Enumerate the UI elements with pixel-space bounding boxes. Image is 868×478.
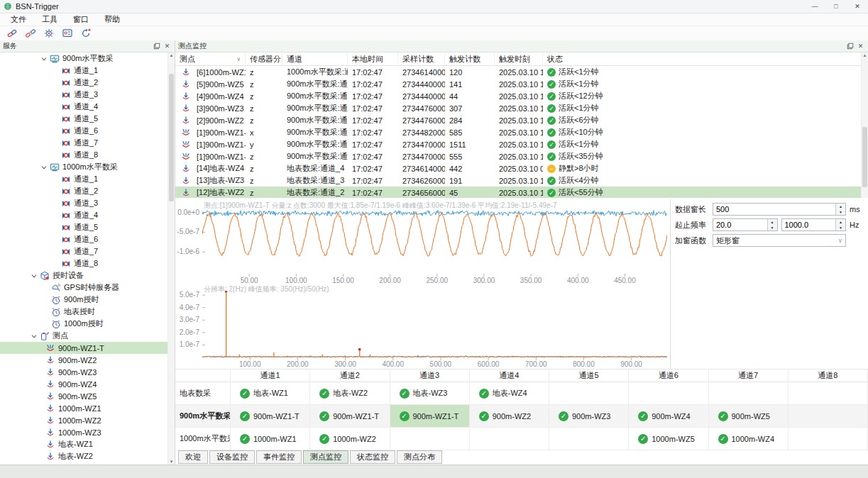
tab-3[interactable]: 事件监控	[256, 450, 302, 464]
close-icon[interactable]: ✕	[163, 42, 172, 50]
tree-item-900m-WZ1-T[interactable]: 900m-WZ1-T	[0, 342, 168, 354]
frequency-to-spinner[interactable]: ▲▼	[835, 219, 845, 230]
column-header-8[interactable]: 状态	[543, 52, 862, 65]
tree-item-900m水平数采[interactable]: 900m水平数采	[0, 52, 168, 65]
table-row-7[interactable]: [1]900m-WZ1-Ty900m水平数采:通道_217:02:4727344…	[175, 138, 862, 150]
tab-4[interactable]: 测点监控	[303, 450, 348, 464]
tree-item-通道_2[interactable]: 通道_2	[0, 185, 168, 197]
table-row-3[interactable]: [4]900m-WZ4z900m水平数采:通道_617:02:472734440…	[175, 90, 862, 102]
tree-item-1000m授时[interactable]: 1000m授时	[0, 318, 168, 330]
table-row-11[interactable]: [12]地表-WZ2z地表数采:通道_217:02:47273465600045…	[175, 187, 862, 198]
frequency-from-spinner[interactable]: ▲▼	[767, 219, 777, 230]
column-header-2[interactable]: 传感器分量	[246, 52, 282, 65]
float-icon[interactable]	[845, 42, 855, 50]
matrix-cell-2-7[interactable]: ✓900m-WZ5	[709, 405, 789, 428]
matrix-cell-3-4[interactable]	[470, 428, 549, 450]
tree-item-通道_8[interactable]: 通道_8	[0, 149, 168, 161]
tree-item-通道_4[interactable]: 通道_4	[0, 101, 168, 113]
matrix-cell-3-8[interactable]	[789, 428, 868, 450]
matrix-cell-3-5[interactable]	[549, 428, 629, 450]
sort-icon[interactable]: ∨	[236, 56, 241, 62]
table-row-9[interactable]: [14]地表-WZ4z地表数采:通道_417:02:47273461400044…	[175, 162, 862, 174]
window-function-select[interactable]: 矩形窗 ∨	[713, 234, 846, 247]
spin-up-icon[interactable]: ▲	[836, 204, 845, 209]
column-header-4[interactable]: 本地时间	[348, 52, 398, 65]
tree-item-1000m水平数采[interactable]: 1000m水平数采	[0, 161, 168, 173]
tree-item-通道_8[interactable]: 通道_8	[0, 257, 168, 269]
menu-item-3[interactable]: 窗口	[65, 13, 97, 26]
tree-item-通道_6[interactable]: 通道_6	[0, 125, 168, 137]
tab-1[interactable]: 欢迎	[178, 450, 208, 464]
tree-item-900m-WZ2[interactable]: 900m-WZ2	[0, 354, 168, 366]
matrix-cell-1-2[interactable]: ✓地表-WZ2	[310, 382, 390, 405]
matrix-cell-3-3[interactable]	[390, 428, 470, 450]
table-row-2[interactable]: [5]900m-WZ5z900m水平数采:通道_717:02:472734440…	[175, 78, 862, 90]
scroll-up-icon[interactable]: ▲	[168, 52, 175, 59]
matrix-cell-3-6[interactable]: ✓1000m-WZ5	[629, 428, 708, 450]
matrix-cell-1-6[interactable]	[629, 382, 708, 405]
tree-item-通道_7[interactable]: 通道_7	[0, 137, 168, 149]
monitor-window-button[interactable]	[58, 27, 77, 40]
chevron-down-icon[interactable]	[40, 163, 48, 172]
chevron-down-icon[interactable]	[30, 332, 38, 340]
column-header-5[interactable]: 采样计数	[398, 52, 445, 65]
tree-item-通道_1[interactable]: 通道_1	[0, 65, 168, 77]
matrix-cell-3-7[interactable]: ✓1000m-WZ4	[709, 428, 789, 450]
tree-item-通道_4[interactable]: 通道_4	[0, 209, 168, 221]
spin-up-icon[interactable]: ▲	[768, 219, 777, 225]
tree-item-1000m-WZ2[interactable]: 1000m-WZ2	[0, 414, 168, 426]
close-button[interactable]: ✕	[847, 0, 868, 13]
matrix-cell-1-7[interactable]	[709, 382, 789, 405]
matrix-cell-1-4[interactable]: ✓地表-WZ4	[470, 382, 549, 405]
table-row-4[interactable]: [3]900m-WZ3z900m水平数采:通道_517:02:472734476…	[175, 102, 862, 114]
window-length-spinner[interactable]: ▲▼	[835, 204, 845, 215]
spin-down-icon[interactable]: ▼	[768, 225, 777, 230]
tree-scrollbar-thumb[interactable]	[169, 74, 174, 201]
tab-2[interactable]: 设备监控	[209, 450, 255, 464]
table-scrollbar-thumb[interactable]	[862, 127, 867, 187]
refresh-button[interactable]	[77, 27, 95, 40]
tree-item-授时设备[interactable]: 授时设备	[0, 269, 168, 282]
column-header-1[interactable]: 测点∨	[175, 52, 246, 65]
disconnect-button[interactable]	[21, 27, 40, 40]
table-row-8[interactable]: [1]900m-WZ1-Tz900m水平数采:通道_317:02:4727344…	[175, 150, 862, 162]
tree-item-通道_2[interactable]: 通道_2	[0, 77, 168, 89]
tree-item-GPS时钟服务器[interactable]: GPS时钟服务器	[0, 282, 168, 294]
tree-item-1000m-WZ1[interactable]: 1000m-WZ1	[0, 402, 168, 414]
tree-item-900m-WZ4[interactable]: 900m-WZ4	[0, 378, 168, 390]
menu-item-1[interactable]: 文件	[3, 13, 34, 26]
scroll-up-icon[interactable]: ▲	[862, 52, 868, 59]
matrix-cell-1-3[interactable]: ✓地表-WZ3	[390, 382, 470, 405]
column-header-3[interactable]: 通道	[282, 52, 348, 65]
matrix-cell-3-1[interactable]: ✓1000m-WZ1	[231, 428, 310, 450]
matrix-cell-2-3[interactable]: ✓900m-WZ1-T	[390, 405, 470, 428]
matrix-cell-1-1[interactable]: ✓地表-WZ1	[231, 382, 310, 405]
window-length-input[interactable]	[713, 205, 845, 213]
tree-item-900m-WZ3[interactable]: 900m-WZ3	[0, 366, 168, 378]
tree-item-通道_6[interactable]: 通道_6	[0, 233, 168, 245]
matrix-cell-2-8[interactable]	[789, 405, 868, 428]
column-header-7[interactable]: 触发时刻	[495, 52, 543, 65]
tree-item-通道_1[interactable]: 通道_1	[0, 173, 168, 185]
matrix-cell-2-1[interactable]: ✓900m-WZ1-T	[231, 405, 310, 428]
spin-down-icon[interactable]: ▼	[836, 209, 845, 215]
matrix-cell-2-5[interactable]: ✓900m-WZ3	[549, 405, 629, 428]
matrix-cell-2-4[interactable]: ✓900m-WZ2	[470, 405, 549, 428]
tree-item-通道_3[interactable]: 通道_3	[0, 197, 168, 209]
tab-5[interactable]: 状态监控	[350, 450, 395, 464]
tab-6[interactable]: 测点分布	[397, 450, 442, 464]
tree-item-900m授时[interactable]: 900m授时	[0, 294, 168, 306]
maximize-button[interactable]: □	[825, 0, 847, 13]
matrix-cell-2-6[interactable]: ✓900m-WZ4	[629, 405, 708, 428]
menu-item-2[interactable]: 工具	[34, 13, 65, 26]
tree-item-通道_3[interactable]: 通道_3	[0, 89, 168, 101]
spin-up-icon[interactable]: ▲	[836, 219, 845, 225]
table-row-6[interactable]: [1]900m-WZ1-Tx900m水平数采:通道_117:02:4727344…	[175, 126, 862, 138]
chevron-down-icon[interactable]	[30, 272, 38, 280]
table-row-10[interactable]: [13]地表-WZ3z地表数采:通道_317:02:47273462600019…	[175, 174, 862, 187]
connect-button[interactable]	[3, 27, 21, 40]
spin-down-icon[interactable]: ▼	[836, 225, 845, 230]
tree-item-900m-WZ5[interactable]: 900m-WZ5	[0, 390, 168, 402]
matrix-cell-3-2[interactable]: ✓1000m-WZ2	[310, 428, 390, 450]
matrix-cell-2-2[interactable]: ✓900m-WZ1-T	[310, 405, 390, 428]
